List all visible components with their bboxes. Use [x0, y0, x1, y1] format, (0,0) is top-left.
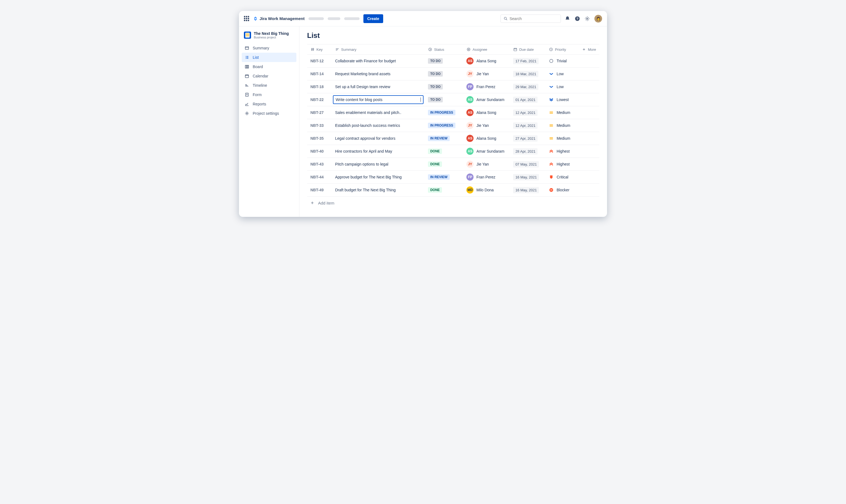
table-row[interactable]: NBT-14Request Marketing brand assetsTO D…: [307, 68, 599, 80]
issue-key[interactable]: NBT-43: [307, 158, 332, 171]
project-header[interactable]: The Next Big Thing Business project: [242, 30, 296, 43]
issue-assignee[interactable]: ASAmar Sundaram: [463, 145, 510, 158]
issue-key[interactable]: NBT-40: [307, 145, 332, 158]
summary-edit-input[interactable]: Write content for blog posts: [333, 95, 424, 104]
issue-key[interactable]: NBT-33: [307, 119, 332, 132]
app-switcher-icon[interactable]: [244, 16, 249, 21]
table-row[interactable]: NBT-43Pitch campaign options to legalDON…: [307, 158, 599, 171]
create-button[interactable]: Create: [364, 14, 383, 23]
issue-summary[interactable]: Set up a full Design team review: [332, 80, 425, 93]
issue-priority[interactable]: Highest: [546, 158, 579, 171]
issue-status[interactable]: TO DO: [425, 68, 463, 80]
issue-due-date[interactable]: 16 May, 2021: [510, 171, 546, 184]
table-row[interactable]: NBT-40Hire contractors for April and May…: [307, 145, 599, 158]
sidebar-item-list[interactable]: List: [242, 53, 296, 62]
issue-assignee[interactable]: ASAlana Song: [463, 55, 510, 68]
settings-icon[interactable]: [584, 16, 590, 21]
col-header-key[interactable]: Key: [311, 47, 329, 52]
issue-status[interactable]: TO DO: [425, 80, 463, 93]
issue-assignee[interactable]: ASAmar Sundaram: [463, 93, 510, 106]
issue-summary[interactable]: Sales enablement materials and pitch..: [332, 106, 425, 119]
issue-due-date[interactable]: 29 Mar, 2021: [510, 80, 546, 93]
search-input[interactable]: [510, 16, 558, 21]
issue-summary[interactable]: Hire contractors for April and May: [332, 145, 425, 158]
issue-key[interactable]: NBT-14: [307, 68, 332, 80]
col-header-status[interactable]: Status: [428, 47, 460, 52]
add-item-button[interactable]: Add item: [307, 197, 599, 209]
table-row[interactable]: NBT-27Sales enablement materials and pit…: [307, 106, 599, 119]
issue-assignee[interactable]: FPFran Perez: [463, 80, 510, 93]
nav-placeholder[interactable]: [328, 17, 340, 20]
issue-summary[interactable]: Write content for blog posts: [332, 93, 425, 106]
issue-priority[interactable]: Medium: [546, 119, 579, 132]
table-row[interactable]: NBT-12Collaborate with Finance for budge…: [307, 55, 599, 68]
sidebar-item-form[interactable]: Form: [242, 90, 296, 100]
profile-avatar[interactable]: 👩: [594, 15, 602, 22]
col-header-due-date[interactable]: Due date: [513, 47, 542, 52]
issue-status[interactable]: IN REVIEW: [425, 132, 463, 145]
sidebar-item-timeline[interactable]: Timeline: [242, 81, 296, 90]
issue-priority[interactable]: Critical: [546, 171, 579, 184]
issue-priority[interactable]: Lowest: [546, 93, 579, 106]
issue-priority[interactable]: Trivial: [546, 55, 579, 68]
col-header-more[interactable]: More: [582, 47, 596, 52]
sidebar-item-calendar[interactable]: Calendar: [242, 71, 296, 81]
sidebar-item-project-settings[interactable]: Project settings: [242, 109, 296, 118]
issue-priority[interactable]: Highest: [546, 145, 579, 158]
issue-assignee[interactable]: JYJie Yan: [463, 158, 510, 171]
issue-summary[interactable]: Legal contract approval for vendors: [332, 132, 425, 145]
issue-key[interactable]: NBT-12: [307, 55, 332, 68]
issue-due-date[interactable]: 16 May, 2021: [510, 184, 546, 197]
issue-due-date[interactable]: 12 Apr, 2021: [510, 119, 546, 132]
issue-key[interactable]: NBT-18: [307, 80, 332, 93]
issue-key[interactable]: NBT-27: [307, 106, 332, 119]
issue-due-date[interactable]: 18 Mar, 2021: [510, 68, 546, 80]
issue-status[interactable]: IN PROGRESS: [425, 106, 463, 119]
issue-status[interactable]: DONE: [425, 184, 463, 197]
issue-assignee[interactable]: JYJie Yan: [463, 68, 510, 80]
issue-assignee[interactable]: JYJie Yan: [463, 119, 510, 132]
issue-due-date[interactable]: 07 May, 2021: [510, 158, 546, 171]
issue-key[interactable]: NBT-22: [307, 93, 332, 106]
issue-due-date[interactable]: 12 Apr, 2021: [510, 106, 546, 119]
issue-assignee[interactable]: ASAlana Song: [463, 132, 510, 145]
table-row[interactable]: NBT-44Approve budget for The Next Big Th…: [307, 171, 599, 184]
issue-due-date[interactable]: 01 Apr, 2021: [510, 93, 546, 106]
issue-priority[interactable]: Low: [546, 68, 579, 80]
issue-status[interactable]: IN PROGRESS: [425, 119, 463, 132]
issue-assignee[interactable]: MDMilo Dona: [463, 184, 510, 197]
issue-assignee[interactable]: FPFran Perez: [463, 171, 510, 184]
col-header-assignee[interactable]: Assignee: [466, 47, 507, 52]
table-row[interactable]: NBT-22Write content for blog postsTO DOA…: [307, 93, 599, 106]
col-header-priority[interactable]: Priority: [549, 47, 575, 52]
sidebar-item-summary[interactable]: Summary: [242, 43, 296, 53]
nav-placeholder[interactable]: [344, 17, 359, 20]
issue-priority[interactable]: Medium: [546, 132, 579, 145]
issue-due-date[interactable]: 17 Feb, 2021: [510, 55, 546, 68]
issue-due-date[interactable]: 27 Apr, 2021: [510, 132, 546, 145]
table-row[interactable]: NBT-35Legal contract approval for vendor…: [307, 132, 599, 145]
issue-summary[interactable]: Approve budget for The Next Big Thing: [332, 171, 425, 184]
issue-key[interactable]: NBT-35: [307, 132, 332, 145]
table-row[interactable]: NBT-49Draft budget for The Next Big Thin…: [307, 184, 599, 197]
table-row[interactable]: NBT-33Establish post-launch success metr…: [307, 119, 599, 132]
issue-status[interactable]: DONE: [425, 145, 463, 158]
issue-summary[interactable]: Request Marketing brand assets: [332, 68, 425, 80]
help-icon[interactable]: ?: [575, 16, 580, 21]
sidebar-item-reports[interactable]: Reports: [242, 100, 296, 109]
issue-summary[interactable]: Pitch campaign options to legal: [332, 158, 425, 171]
table-row[interactable]: NBT-18Set up a full Design team reviewTO…: [307, 80, 599, 93]
issue-priority[interactable]: Blocker: [546, 184, 579, 197]
product-logo[interactable]: Jira Work Management: [253, 16, 305, 21]
issue-summary[interactable]: Collaborate with Finance for budget: [332, 55, 425, 68]
issue-key[interactable]: NBT-49: [307, 184, 332, 197]
col-header-summary[interactable]: Summary: [335, 47, 421, 52]
issue-status[interactable]: TO DO: [425, 93, 463, 106]
issue-priority[interactable]: Low: [546, 80, 579, 93]
issue-status[interactable]: TO DO: [425, 55, 463, 68]
nav-placeholder[interactable]: [309, 17, 324, 20]
notifications-icon[interactable]: [565, 16, 570, 21]
sidebar-item-board[interactable]: Board: [242, 62, 296, 71]
issue-assignee[interactable]: ASAlana Song: [463, 106, 510, 119]
issue-summary[interactable]: Draft budget for The Next Big Thing: [332, 184, 425, 197]
